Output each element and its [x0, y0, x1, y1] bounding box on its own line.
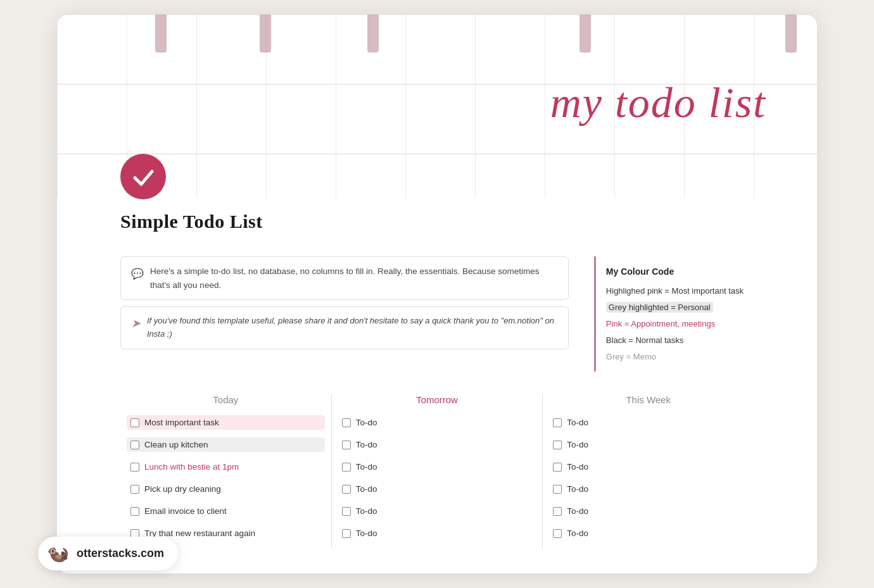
checkbox-today-0[interactable] [130, 418, 139, 427]
todo-item-today-3[interactable]: Pick up dry cleaning [127, 482, 325, 496]
todo-item-today-4[interactable]: Email invoice to client [127, 504, 325, 518]
item-label-week-3: To-do [567, 484, 588, 494]
todo-item-today-2[interactable]: Lunch with bestie at 1pm [127, 460, 325, 474]
info-boxes: 💬 Here's a simple to-do list, no databas… [120, 256, 569, 349]
check-icon [120, 154, 166, 199]
item-label-today-0: Most important task [144, 418, 219, 427]
checkbox-today-2[interactable] [130, 463, 139, 472]
main-card: my todo list Simple Todo List 💬 Here's a… [57, 15, 817, 573]
item-label-week-0: To-do [567, 418, 588, 427]
todo-item-week-5[interactable]: To-do [549, 526, 747, 541]
checkbox-week-4[interactable] [553, 507, 562, 516]
item-label-week-1: To-do [567, 440, 588, 449]
checkbox-week-5[interactable] [553, 529, 562, 538]
todo-item-week-2[interactable]: To-do [549, 460, 747, 474]
item-label-week-4: To-do [567, 506, 588, 516]
tape-clip-3 [367, 15, 379, 53]
cc-item-1: Grey highlighted = Personal [606, 299, 744, 316]
todo-item-tomorrow-1[interactable]: To-do [338, 437, 536, 452]
todo-item-tomorrow-0[interactable]: To-do [338, 415, 536, 430]
info-text-2: If you've found this template useful, pl… [147, 315, 558, 341]
tape-clip-1 [155, 15, 167, 53]
color-code-box: My Colour Code Highlighed pink = Most im… [594, 256, 754, 372]
todo-item-week-0[interactable]: To-do [549, 415, 747, 430]
tape-clip-2 [260, 15, 271, 53]
checkbox-tomorrow-5[interactable] [342, 529, 351, 538]
item-label-tomorrow-4: To-do [356, 506, 377, 516]
col-tomorrow: Tomorrow To-do To-do To-do To-do [332, 394, 543, 548]
checkbox-today-1[interactable] [130, 441, 139, 449]
todo-item-tomorrow-3[interactable]: To-do [338, 482, 536, 496]
col-tomorrow-title: Tomorrow [338, 394, 536, 405]
todo-item-week-4[interactable]: To-do [549, 504, 747, 518]
checkbox-week-0[interactable] [553, 418, 562, 427]
item-label-today-4: Email invoice to client [144, 506, 227, 516]
tape-clip-4 [580, 15, 591, 53]
cc-item-4: Grey = Memo [606, 349, 744, 365]
cc-item-3: Black = Normal tasks [606, 332, 744, 349]
col-today-title: Today [127, 394, 325, 405]
item-label-week-2: To-do [567, 462, 588, 472]
item-label-week-5: To-do [567, 529, 588, 538]
cc-item-2: Pink = Appointment, meetings [606, 316, 744, 332]
todo-item-today-1[interactable]: Clean up kitchen [127, 437, 325, 452]
checkbox-today-4[interactable] [130, 507, 139, 516]
todo-item-tomorrow-4[interactable]: To-do [338, 504, 536, 518]
page-title-cursive: my todo list [550, 78, 766, 128]
columns-section: Today Most important task Clean up kitch… [120, 394, 754, 548]
checkbox-tomorrow-4[interactable] [342, 507, 351, 516]
checkbox-tomorrow-2[interactable] [342, 463, 351, 472]
col-thisweek-title: This Week [549, 394, 747, 405]
item-label-today-2: Lunch with bestie at 1pm [144, 462, 239, 472]
checkbox-week-2[interactable] [553, 463, 562, 472]
info-box-2: ➤ If you've found this template useful, … [120, 306, 569, 349]
info-row: 💬 Here's a simple to-do list, no databas… [120, 256, 754, 372]
logo-area: Simple Todo List [120, 154, 263, 232]
checkmark-svg [130, 164, 156, 189]
todo-item-tomorrow-5[interactable]: To-do [338, 526, 536, 541]
color-code-title: My Colour Code [606, 263, 744, 280]
todo-item-today-0[interactable]: Most important task [127, 415, 325, 430]
todo-item-week-3[interactable]: To-do [549, 482, 747, 496]
item-label-tomorrow-3: To-do [356, 484, 377, 494]
badge-domain: otterstacks.com [77, 547, 164, 560]
todo-item-tomorrow-2[interactable]: To-do [338, 460, 536, 474]
item-label-tomorrow-0: To-do [356, 418, 377, 427]
bubble-icon: 💬 [131, 266, 144, 282]
checkbox-today-3[interactable] [130, 485, 139, 494]
item-label-tomorrow-5: To-do [356, 529, 377, 538]
info-box-1: 💬 Here's a simple to-do list, no databas… [120, 256, 569, 300]
page-title: Simple Todo List [120, 211, 263, 232]
body-content: 💬 Here's a simple to-do list, no databas… [57, 249, 817, 573]
checkbox-tomorrow-3[interactable] [342, 485, 351, 494]
bottom-badge: 🦦 otterstacks.com [38, 537, 178, 570]
col-today: Today Most important task Clean up kitch… [120, 394, 332, 548]
item-label-tomorrow-1: To-do [356, 440, 377, 449]
info-text-1: Here's a simple to-do list, no database,… [150, 265, 558, 292]
arrow-icon: ➤ [131, 315, 141, 333]
item-label-today-3: Pick up dry cleaning [144, 484, 221, 494]
col-thisweek: This Week To-do To-do To-do To-do [543, 394, 754, 548]
checkbox-tomorrow-1[interactable] [342, 441, 351, 449]
checkbox-tomorrow-0[interactable] [342, 418, 351, 427]
checkbox-week-3[interactable] [553, 485, 562, 494]
cc-item-0: Highlighed pink = Most important task [606, 283, 744, 299]
checkbox-week-1[interactable] [553, 441, 562, 449]
otter-icon: 🦦 [47, 543, 69, 564]
tape-clip-5 [785, 15, 797, 53]
item-label-tomorrow-2: To-do [356, 462, 377, 472]
todo-item-week-1[interactable]: To-do [549, 437, 747, 452]
item-label-today-1: Clean up kitchen [144, 440, 208, 449]
